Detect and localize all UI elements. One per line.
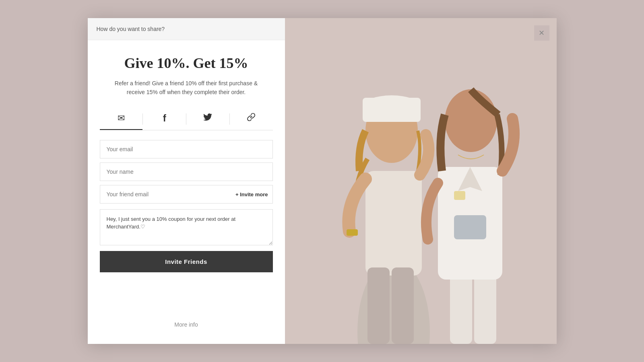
svg-rect-14 [454,191,465,200]
svg-rect-7 [392,267,414,344]
link-icon [247,113,256,123]
twitter-icon [203,113,212,123]
message-textarea[interactable]: Hey, I just sent you a 10% coupon for yo… [100,209,273,245]
invite-friends-button[interactable]: Invite Friends [100,251,273,272]
close-icon: ✕ [539,29,545,37]
modal-header: How do you want to share? [88,18,285,40]
name-input[interactable] [100,162,273,181]
email-input[interactable] [100,140,273,158]
mail-icon: ✉ [118,113,125,123]
invite-more-button[interactable]: + Invite more [235,191,268,197]
svg-rect-6 [367,267,390,344]
tab-twitter[interactable] [186,109,229,130]
left-content: Give 10%. Get 15% Refer a friend! Give a… [88,40,285,344]
facebook-icon: f [163,113,166,124]
tab-facebook[interactable]: f [143,109,186,130]
form-fields: + Invite more [100,140,273,204]
svg-rect-8 [347,229,358,236]
modal-overlay: ✕ How do you want to share? Give 10%. Ge… [88,18,557,344]
header-text: How do you want to share? [97,26,165,32]
svg-rect-12 [454,215,486,239]
svg-point-13 [445,89,497,152]
right-panel [285,18,557,344]
share-tabs: ✉ f [100,108,273,130]
left-panel: How do you want to share? Give 10%. Get … [88,18,285,344]
more-info-link[interactable]: More info [174,313,198,336]
promo-description: Refer a friend! Give a friend 10% off th… [110,79,263,97]
promo-title: Give 10%. Get 15% [124,55,248,72]
tab-link[interactable] [230,109,273,130]
friend-email-row: + Invite more [100,185,273,204]
svg-rect-2 [365,171,422,276]
tab-email[interactable]: ✉ [100,109,143,130]
svg-rect-5 [363,98,421,122]
close-button[interactable]: ✕ [534,25,549,41]
fashion-image [285,18,557,344]
